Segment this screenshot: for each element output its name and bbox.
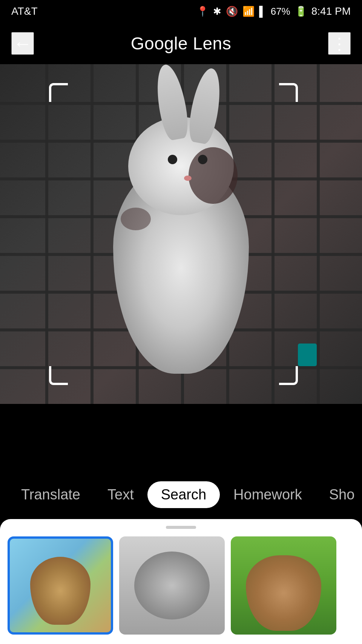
result-item[interactable] <box>231 536 336 635</box>
bottom-sheet <box>0 519 362 644</box>
carrier-label: AT&T <box>11 5 37 17</box>
more-options-button[interactable]: ⋮ <box>328 32 351 55</box>
black-padding <box>0 404 362 479</box>
tab-search[interactable]: Search <box>147 481 220 508</box>
app-bar: ← Google Lens ⋮ <box>0 23 362 64</box>
result-image-content <box>30 557 90 625</box>
status-bar: AT&T 📍 ✱ 🔇 📶 ▌ 67% 🔋 8:41 PM <box>0 0 362 23</box>
selection-frame <box>49 83 298 385</box>
back-button[interactable]: ← <box>11 32 34 55</box>
bluetooth-icon: ✱ <box>213 6 221 17</box>
silent-icon: 🔇 <box>226 6 238 17</box>
teal-object <box>298 344 317 366</box>
camera-preview <box>0 64 362 404</box>
viewfinder <box>0 64 362 404</box>
corner-tr <box>279 83 298 102</box>
corner-bl <box>49 366 68 385</box>
tab-text[interactable]: Text <box>94 481 147 508</box>
result-image-content <box>134 552 210 619</box>
location-icon: 📍 <box>196 6 209 17</box>
corner-tl <box>49 83 68 102</box>
time-label: 8:41 PM <box>311 5 351 17</box>
result-item[interactable] <box>119 536 225 635</box>
mode-tabs-bar: Translate Text Search Homework Sho <box>0 472 362 517</box>
corner-br <box>279 366 298 385</box>
signal-icon: ▌ <box>259 6 266 17</box>
status-right-group: 📍 ✱ 🔇 📶 ▌ 67% 🔋 8:41 PM <box>196 5 351 17</box>
result-image-content <box>246 555 321 631</box>
wifi-icon: 📶 <box>242 6 255 17</box>
tab-shopping[interactable]: Sho <box>316 481 362 508</box>
app-title: Google Lens <box>131 33 231 54</box>
battery-label: 67% <box>271 6 290 17</box>
tab-homework[interactable]: Homework <box>220 481 316 508</box>
result-item[interactable] <box>8 536 113 635</box>
more-options-icon: ⋮ <box>331 34 348 53</box>
back-icon: ← <box>13 32 32 54</box>
battery-icon: 🔋 <box>295 6 307 17</box>
results-grid <box>0 536 362 635</box>
tab-translate[interactable]: Translate <box>8 481 94 508</box>
bottom-sheet-handle <box>166 526 196 529</box>
